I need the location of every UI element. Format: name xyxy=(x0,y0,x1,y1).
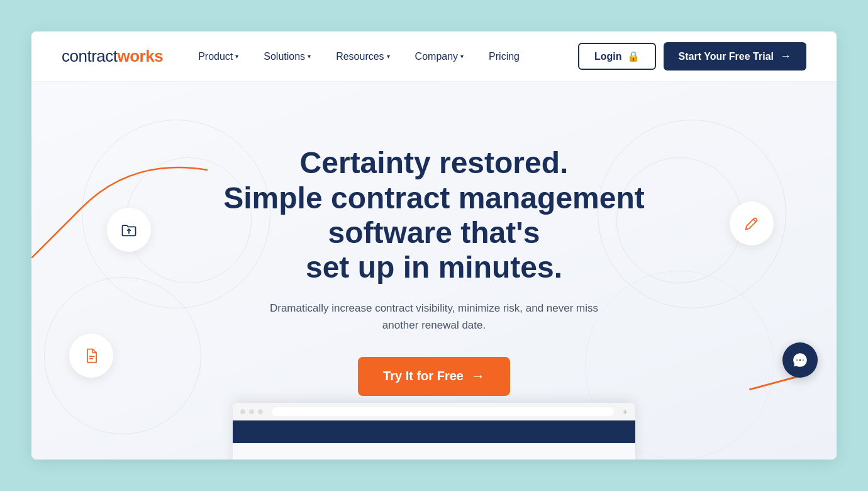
nav-item-solutions[interactable]: Solutions ▾ xyxy=(253,46,321,67)
chat-support-button[interactable] xyxy=(782,342,818,378)
folder-upload-icon xyxy=(120,221,138,239)
app-screenshot-preview: + xyxy=(233,403,635,460)
browser-plus-icon: + xyxy=(623,407,628,417)
nav-links: Product ▾ Solutions ▾ Resources ▾ Compan… xyxy=(188,46,578,67)
edit-icon xyxy=(743,215,760,232)
hero-subtitle: Dramatically increase contract visibilit… xyxy=(252,300,616,334)
arrow-right-icon: → xyxy=(471,368,485,385)
logo[interactable]: contractworks xyxy=(62,47,163,66)
browser-topbar: + xyxy=(233,403,635,420)
lock-icon: 🔒 xyxy=(627,50,640,62)
chat-icon xyxy=(792,352,808,368)
pencil-icon-bubble xyxy=(730,201,774,246)
chevron-down-icon: ▾ xyxy=(460,53,464,60)
decorative-circle-5 xyxy=(44,277,201,434)
chevron-down-icon: ▾ xyxy=(308,53,311,60)
browser-dot-1 xyxy=(240,409,245,414)
hero-title: Certainty restored. Simple contract mana… xyxy=(189,145,679,285)
nav-item-product[interactable]: Product ▾ xyxy=(188,46,248,67)
nav-item-resources[interactable]: Resources ▾ xyxy=(326,46,399,67)
navbar: contractworks Product ▾ Solutions ▾ Reso… xyxy=(31,31,837,82)
nav-item-pricing[interactable]: Pricing xyxy=(479,46,530,67)
browser-dot-2 xyxy=(249,409,254,414)
document-icon-bubble xyxy=(69,334,113,378)
chevron-down-icon: ▾ xyxy=(235,53,238,60)
hero-section: Certainty restored. Simple contract mana… xyxy=(31,82,837,460)
file-icon xyxy=(82,347,100,364)
start-trial-button[interactable]: Start Your Free Trial → xyxy=(664,42,806,71)
folder-icon-bubble xyxy=(107,208,151,252)
browser-dot-3 xyxy=(258,409,263,414)
try-free-button[interactable]: Try It for Free → xyxy=(358,357,510,396)
login-button[interactable]: Login 🔒 xyxy=(578,43,656,70)
logo-works: works xyxy=(118,47,164,66)
browser-url-bar xyxy=(272,407,614,416)
app-nav-bar xyxy=(233,420,635,443)
logo-contract: contract xyxy=(62,47,118,66)
nav-item-company[interactable]: Company ▾ xyxy=(405,46,474,67)
arrow-right-icon: → xyxy=(780,50,791,63)
chevron-down-icon: ▾ xyxy=(387,53,390,60)
main-container: contractworks Product ▾ Solutions ▾ Reso… xyxy=(31,31,837,460)
nav-actions: Login 🔒 Start Your Free Trial → xyxy=(578,42,806,71)
hero-content: Certainty restored. Simple contract mana… xyxy=(189,145,679,395)
app-content-area xyxy=(233,443,635,460)
